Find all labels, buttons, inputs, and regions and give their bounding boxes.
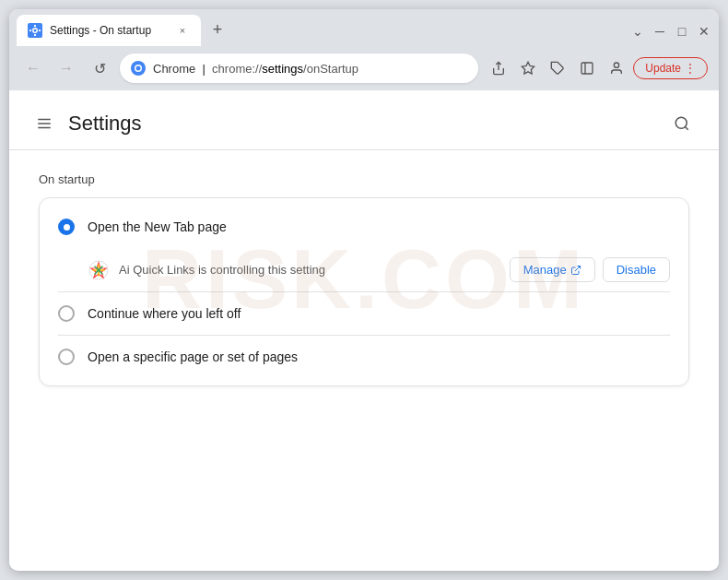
- window-controls: ⌄ ─ □ ✕: [630, 24, 711, 46]
- back-button[interactable]: ←: [20, 55, 46, 81]
- settings-main: RISK.COM On startup Open the New Tab pag…: [9, 150, 719, 408]
- address-favicon: [131, 61, 146, 76]
- option-continue[interactable]: Continue where you left off: [40, 292, 688, 335]
- tab-close-button[interactable]: ×: [175, 23, 190, 38]
- settings-header: Settings: [9, 90, 719, 150]
- search-settings-button[interactable]: [667, 109, 697, 138]
- update-label: Update: [645, 62, 681, 75]
- profile-svg: [609, 61, 624, 76]
- svg-point-11: [615, 63, 619, 67]
- extension-control-text: Ai Quick Links is controlling this setti…: [119, 263, 500, 277]
- svg-rect-2: [34, 34, 36, 36]
- toolbar-icons: Update ⋮: [486, 55, 708, 81]
- external-link-icon: [570, 265, 581, 276]
- ai-quick-links-icon: [88, 260, 109, 280]
- address-scheme: chrome://: [212, 62, 262, 76]
- address-settings: settings: [262, 62, 303, 76]
- share-icon[interactable]: [486, 55, 511, 81]
- page-content: Settings RISK.COM On startup Open the Ne…: [9, 90, 719, 571]
- svg-line-19: [575, 266, 581, 271]
- reload-button[interactable]: ↺: [87, 55, 112, 81]
- svg-line-16: [685, 126, 687, 129]
- manage-extension-button[interactable]: Manage: [510, 257, 595, 282]
- update-button[interactable]: Update ⋮: [633, 57, 708, 79]
- svg-rect-3: [29, 30, 31, 31]
- extension-icon: [88, 259, 110, 281]
- radio-new-tab[interactable]: [58, 219, 75, 235]
- address-bar[interactable]: Chrome | chrome://settings/onStartup: [120, 53, 478, 83]
- close-button[interactable]: ✕: [697, 24, 711, 39]
- maximize-button[interactable]: □: [675, 24, 689, 39]
- browser-window: Settings - On startup × + ⌄ ─ □ ✕ ← → ↺: [9, 9, 719, 571]
- option-continue-label: Continue where you left off: [88, 306, 241, 321]
- radio-continue[interactable]: [58, 305, 75, 322]
- section-label: On startup: [39, 172, 689, 186]
- extension-action-buttons: Manage Disable: [510, 257, 670, 282]
- svg-rect-1: [34, 25, 36, 27]
- extension-control-row: Ai Quick Links is controlling this setti…: [40, 248, 688, 291]
- sidebar-icon[interactable]: [574, 55, 600, 81]
- svg-rect-4: [39, 30, 41, 31]
- puzzle-svg: [550, 61, 565, 76]
- forward-button[interactable]: →: [53, 55, 79, 81]
- extension-puzzle-icon[interactable]: [545, 55, 570, 81]
- search-icon: [674, 115, 690, 132]
- chevron-down-icon[interactable]: ⌄: [630, 24, 645, 39]
- tab-title: Settings - On startup: [50, 24, 168, 37]
- svg-point-15: [675, 117, 687, 128]
- update-chevron-icon: ⋮: [685, 62, 696, 75]
- bookmark-svg: [521, 61, 535, 76]
- startup-options-card: Open the New Tab page Ai Qui: [39, 197, 689, 386]
- address-brand: Chrome: [153, 62, 195, 76]
- disable-extension-button[interactable]: Disable: [603, 257, 670, 282]
- option-new-tab[interactable]: Open the New Tab page: [40, 206, 688, 248]
- option-specific-page-label: Open a specific page or set of pages: [88, 349, 298, 364]
- svg-rect-9: [581, 63, 593, 74]
- toolbar: ← → ↺ Chrome | chrome://settings/onStart…: [9, 46, 719, 90]
- svg-point-7: [136, 66, 141, 71]
- new-tab-button[interactable]: +: [205, 17, 230, 42]
- manage-label: Manage: [523, 263, 567, 277]
- hamburger-menu-icon[interactable]: [31, 111, 57, 136]
- address-text: Chrome | chrome://settings/onStartup: [153, 62, 467, 76]
- settings-title-area: Settings: [31, 111, 142, 136]
- tab-area: Settings - On startup × +: [17, 15, 630, 46]
- hamburger-svg: [36, 115, 53, 132]
- radio-specific-page[interactable]: [58, 349, 75, 365]
- active-tab[interactable]: Settings - On startup ×: [17, 15, 201, 46]
- disable-label: Disable: [616, 263, 656, 277]
- share-svg: [491, 61, 506, 76]
- profile-icon[interactable]: [604, 55, 629, 81]
- minimize-button[interactable]: ─: [652, 24, 667, 39]
- tab-favicon: [28, 23, 42, 38]
- bookmark-icon[interactable]: [515, 55, 541, 81]
- title-bar: Settings - On startup × + ⌄ ─ □ ✕: [9, 9, 719, 46]
- address-separator: |: [199, 62, 212, 76]
- chrome-logo-icon: [132, 62, 145, 75]
- sidebar-svg: [580, 61, 594, 76]
- address-path: /onStartup: [303, 62, 358, 76]
- page-title: Settings: [68, 112, 142, 136]
- option-new-tab-label: Open the New Tab page: [88, 219, 227, 234]
- option-specific-page[interactable]: Open a specific page or set of pages: [40, 336, 688, 378]
